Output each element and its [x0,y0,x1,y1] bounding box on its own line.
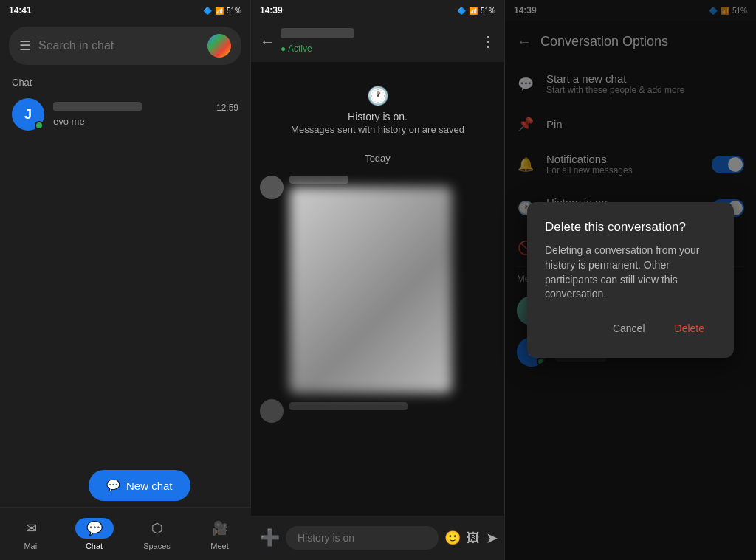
chat-header-info: ● Active [281,28,475,55]
input-actions: 🙂 🖼 ➤ [444,529,498,547]
battery-icon-2: 51% [481,7,495,15]
sender-name-blur [289,176,348,184]
status-icons-1: 🔷 📶 51% [203,7,241,15]
chat-input-bar: ➕ 🙂 🖼 ➤ [251,516,504,560]
chat-view-panel: 14:39 🔷 📶 51% ← ● Active ⋮ 🕐 History is … [251,0,505,560]
dialog-title: Delete this conversation? [545,220,716,235]
history-notice-icon: 🕐 [367,86,389,106]
chat-messages: 🕐 History is on. Messages sent with hist… [251,62,504,516]
chat-info: 12:59 evo me [53,102,238,128]
chat-section-label: Chat [0,71,250,91]
sender-avatar-2 [260,399,284,423]
message-row-1 [260,176,495,393]
time-1: 14:41 [9,5,32,15]
dialog-body: Deleting a conversation from your histor… [545,243,716,301]
chat-name-row: 12:59 [53,102,238,114]
msg-bubble-blur [289,402,408,410]
msg-content-2 [289,399,495,410]
online-indicator [35,121,44,130]
chat-time: 12:59 [216,103,238,113]
menu-icon: ☰ [19,38,31,54]
status-icons-2: 🔷 📶 51% [457,7,495,15]
nav-spaces-label: Spaces [143,542,171,550]
spaces-icon: ⬡ [138,518,176,539]
chat-avatar: J [12,98,44,131]
cancel-button[interactable]: Cancel [601,317,657,340]
chat-subtext: evo me [53,116,85,127]
delete-button[interactable]: Delete [663,317,716,340]
message-image[interactable] [289,187,452,393]
history-title: History is on. [348,111,408,122]
emoji-icon[interactable]: 🙂 [444,530,461,546]
battery-icon: 51% [227,7,241,15]
mail-icon: ✉ [13,518,51,539]
chat-header: ← ● Active ⋮ [251,21,504,62]
active-label: ● Active [281,44,312,54]
time-2: 14:39 [260,5,283,15]
status-bar-2: 14:39 🔷 📶 51% [251,0,504,21]
meet-icon: 🎥 [201,518,239,539]
bottom-navigation: ✉ Mail 💬 Chat ⬡ Spaces 🎥 Meet [0,507,251,560]
chat-list-panel: 14:41 🔷 📶 51% ☰ Chat J 12:59 evo me 💬 Ne… [0,0,251,560]
nav-mail-label: Mail [24,542,38,550]
back-icon[interactable]: ← [260,33,275,50]
dialog-actions: Cancel Delete [545,317,716,340]
nav-mail[interactable]: ✉ Mail [0,518,63,550]
chat-name-blur [53,102,142,111]
delete-dialog: Delete this conversation? Deleting a con… [527,202,734,357]
message-row-2 [260,399,495,423]
add-button[interactable]: ➕ [260,528,280,547]
send-icon[interactable]: ➤ [486,529,498,547]
nav-meet-label: Meet [210,542,228,550]
image-icon[interactable]: 🖼 [467,530,480,546]
nav-meet[interactable]: 🎥 Meet [188,518,251,550]
dialog-overlay: Delete this conversation? Deleting a con… [505,0,756,560]
wifi-icon-2: 📶 [469,7,478,15]
wifi-icon: 📶 [215,7,224,15]
new-chat-button[interactable]: 💬 New chat [89,470,190,501]
nav-chat-label: Chat [86,542,103,550]
new-chat-icon: 💬 [106,479,120,492]
chat-item[interactable]: J 12:59 evo me [0,91,250,138]
message-input[interactable] [286,526,439,550]
contact-name-blur [281,28,354,38]
chat-avatar-initial: J [24,107,32,122]
msg-content-1 [289,176,495,393]
history-subtitle: Messages sent with history on are saved [291,124,464,135]
nav-spaces[interactable]: ⬡ Spaces [126,518,188,550]
chat-icon: 💬 [75,518,114,539]
history-notice: 🕐 History is on. Messages sent with hist… [260,68,495,141]
search-input[interactable] [38,39,200,52]
user-avatar[interactable] [207,34,231,58]
sender-avatar-1 [260,176,284,199]
bt-icon-2: 🔷 [457,7,466,15]
more-options-icon[interactable]: ⋮ [481,32,495,50]
date-divider: Today [260,147,495,170]
search-bar[interactable]: ☰ [9,27,241,65]
status-bar-1: 14:41 🔷 📶 51% [0,0,250,21]
new-chat-label: New chat [126,480,173,492]
nav-chat[interactable]: 💬 Chat [63,518,126,550]
bluetooth-icon: 🔷 [203,7,212,15]
options-panel: 14:39 🔷 📶 51% ← Conversation Options 💬 S… [505,0,756,560]
